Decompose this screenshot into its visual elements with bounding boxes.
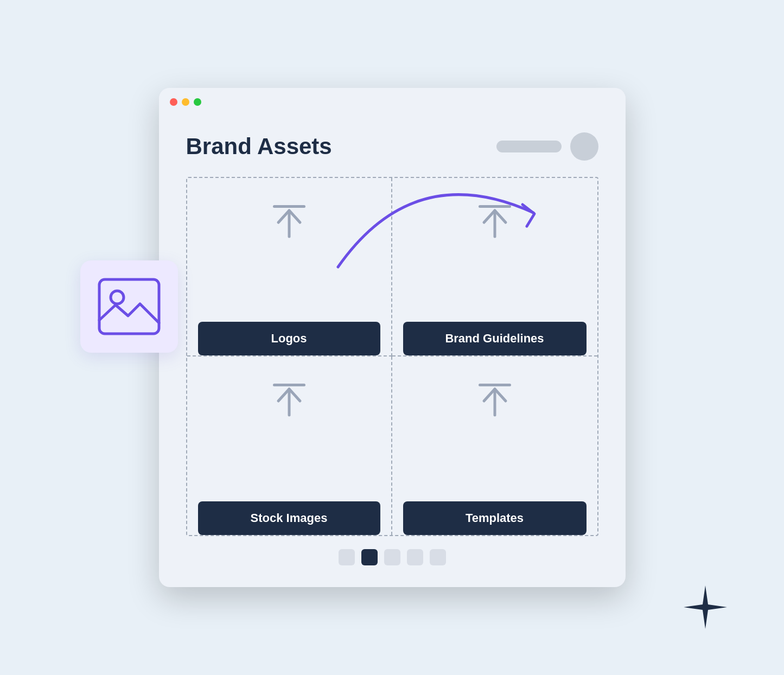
page-header: Brand Assets xyxy=(186,132,598,161)
pagination-dot-3[interactable] xyxy=(384,549,400,565)
upload-icon-templates xyxy=(473,378,517,422)
header-right xyxy=(496,132,598,161)
upload-icon-stock-images xyxy=(267,378,311,422)
page-title: Brand Assets xyxy=(186,133,332,160)
browser-content: Brand Assets Logos xyxy=(159,116,626,587)
minimize-button[interactable] xyxy=(182,98,189,106)
pagination-dot-4[interactable] xyxy=(407,549,423,565)
pagination-dot-1[interactable] xyxy=(339,549,355,565)
svg-rect-4 xyxy=(273,384,305,386)
close-button[interactable] xyxy=(170,98,177,106)
avatar[interactable] xyxy=(570,132,598,161)
titlebar xyxy=(159,88,626,116)
upload-icon-brand-guidelines xyxy=(473,200,517,243)
svg-point-9 xyxy=(111,291,124,304)
image-icon xyxy=(97,277,162,336)
pagination xyxy=(186,549,598,565)
svg-rect-6 xyxy=(479,384,511,386)
pagination-dot-5[interactable] xyxy=(430,549,446,565)
upload-icon-logos xyxy=(267,200,311,243)
grid-cell-templates[interactable]: Templates xyxy=(392,356,597,535)
maximize-button[interactable] xyxy=(194,98,201,106)
image-card xyxy=(80,260,178,353)
grid-cell-stock-images[interactable]: Stock Images xyxy=(187,356,392,535)
svg-rect-2 xyxy=(479,205,511,208)
templates-label[interactable]: Templates xyxy=(403,501,587,535)
stock-images-label[interactable]: Stock Images xyxy=(198,501,380,535)
grid-cell-brand-guidelines[interactable]: Brand Guidelines xyxy=(392,178,597,356)
grid-cell-logos[interactable]: Logos xyxy=(187,178,392,356)
brand-guidelines-label[interactable]: Brand Guidelines xyxy=(403,322,587,355)
asset-grid: Logos Brand Guidelines xyxy=(186,177,598,536)
sparkle-icon xyxy=(681,583,730,632)
search-bar[interactable] xyxy=(496,141,562,152)
logos-label[interactable]: Logos xyxy=(198,322,380,355)
pagination-dot-2[interactable] xyxy=(361,549,378,565)
svg-rect-8 xyxy=(99,279,159,334)
svg-rect-0 xyxy=(273,205,305,208)
browser-window: Brand Assets Logos xyxy=(159,88,626,587)
